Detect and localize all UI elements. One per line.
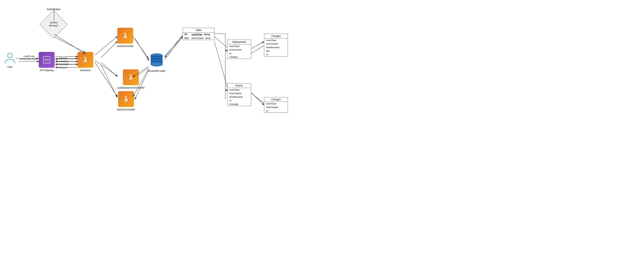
last-deployment-label: LastDeploymentController — [117, 86, 145, 89]
metrics-controller-icon: λ — [118, 91, 134, 107]
svg-text:</>: </> — [44, 58, 49, 61]
events-field-2: timeCreated — [228, 92, 251, 95]
svg-line-53 — [252, 93, 264, 105]
authorization-node: Authorization Correct API key? — [41, 8, 66, 37]
table-title: Table — [183, 28, 214, 32]
svg-line-47 — [165, 35, 183, 57]
user-icon — [4, 52, 16, 64]
svg-text:λ: λ — [129, 73, 132, 81]
dynamodb-icon — [149, 52, 164, 68]
call-api-label: Call API with Authorization header — [20, 55, 38, 60]
svg-point-29 — [151, 62, 162, 66]
dorametrix-node: Dorametrix table — [148, 52, 165, 72]
authorizer-icon: λ — [78, 52, 93, 68]
svg-line-42 — [95, 62, 118, 97]
svg-line-15 — [214, 42, 227, 87]
diagram-container: User Call API with Authorization header … — [0, 0, 322, 129]
event-controller-icon: λ — [117, 28, 133, 44]
changes-right-field-5: id — [264, 53, 288, 56]
dorametrix-label: Dorametrix table — [148, 70, 165, 72]
table-row-sort: Sort timeCreated string — [183, 36, 214, 40]
diamond-shape: Correct API key? — [41, 11, 66, 37]
svg-text:λ: λ — [84, 55, 87, 64]
svg-line-16 — [251, 46, 264, 53]
events-panel: Events eventType timeCreated timeResolve… — [227, 83, 251, 106]
svg-line-10 — [135, 39, 149, 60]
metrics-controller-node: λ MetricsController — [117, 91, 135, 111]
step-3: 3. POST/GET → — [56, 63, 71, 66]
deployments-field-4: changes — [228, 55, 251, 59]
changes-right-title: Changes — [264, 34, 288, 38]
changes-bottom-panel: Changes eventType timeCreated id — [264, 97, 288, 113]
metrics-controller-label: MetricsController — [117, 108, 135, 111]
changes-right-panel: Changes eventType timeCreated timeResolv… — [264, 34, 288, 56]
last-deployment-controller-node: λ LastDeploymentController — [117, 69, 145, 89]
events-field-4: id — [228, 99, 251, 102]
changes-bottom-field-3: id — [264, 109, 288, 113]
api-gateway-icon: </> — [39, 52, 54, 68]
changes-bottom-field-1: eventType — [264, 102, 288, 105]
svg-line-17 — [251, 93, 264, 103]
events-title: Events — [228, 83, 251, 88]
events-field-3: timeResolved — [228, 95, 251, 99]
table-row-pk: PK eventType string — [183, 32, 214, 36]
user-label: User — [7, 66, 12, 68]
events-field-5: message — [228, 102, 251, 106]
svg-line-40 — [95, 36, 118, 55]
step-labels: 1. Authorize → 2. Grant/deny 3. POST/GET… — [56, 57, 71, 69]
svg-point-19 — [8, 53, 12, 58]
event-controller-label: EventController — [117, 45, 134, 48]
step-1: 1. Authorize → — [56, 57, 71, 60]
last-deployment-icon: λ — [123, 69, 139, 85]
user-node: User — [4, 52, 16, 68]
main-table: Table PK eventType string Sort timeCreat… — [183, 28, 214, 40]
deployments-field-1: eventType — [228, 44, 251, 48]
event-controller-node: λ EventController — [117, 28, 134, 48]
step-2: 2. Grant/deny — [56, 60, 71, 63]
svg-line-5 — [54, 37, 85, 52]
svg-text:λ: λ — [124, 95, 128, 103]
deployments-panel: Deployments eventType timeCreated id cha… — [227, 40, 251, 59]
changes-bottom-title: Changes — [264, 97, 288, 102]
svg-line-43 — [133, 37, 148, 58]
deployments-title: Deployments — [228, 40, 251, 44]
svg-line-7 — [101, 42, 117, 57]
api-gateway-label: API Gateway — [40, 69, 54, 72]
api-gateway-node: </> API Gateway — [39, 52, 54, 72]
changes-right-field-2: timeCreated — [264, 42, 288, 46]
events-field-1: eventType — [228, 88, 251, 92]
svg-line-9 — [101, 65, 117, 97]
changes-right-field-4: title — [264, 49, 288, 53]
changes-right-field-1: eventType — [264, 38, 288, 42]
svg-text:λ: λ — [124, 31, 127, 40]
deployments-field-2: timeCreated — [228, 48, 251, 51]
svg-line-13 — [165, 37, 183, 59]
svg-line-46 — [164, 37, 183, 56]
authorizer-node: λ Authorizer — [78, 52, 93, 72]
svg-line-14 — [214, 37, 227, 48]
svg-line-52 — [252, 42, 264, 49]
step-4: 4. Respond ← — [56, 66, 71, 69]
changes-right-field-3: timeResolved — [264, 46, 288, 49]
svg-line-41 — [95, 60, 118, 76]
changes-bottom-field-2: timeCreated — [264, 105, 288, 109]
diamond-text: Correct API key? — [49, 21, 58, 27]
svg-line-8 — [101, 62, 117, 76]
deployments-field-3: id — [228, 51, 251, 55]
authorizer-label: Authorizer — [80, 69, 91, 72]
